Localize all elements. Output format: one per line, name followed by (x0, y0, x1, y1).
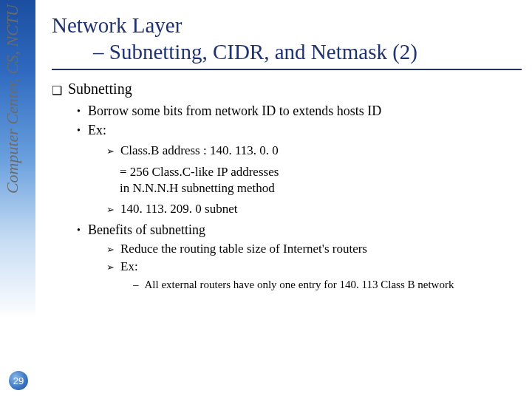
arrow-icon: ➢ (106, 143, 115, 160)
sidebar-vertical-label: Computer Center, CS, NCTU (3, 4, 22, 194)
arrow-icon: ➢ (106, 259, 115, 276)
title-subtitle: Subnetting, CIDR, and Netmask (2) (109, 40, 417, 64)
arrow-text: 140. 113. 209. 0 subnet (120, 202, 238, 218)
bullet-item: • Benefits of subnetting (77, 222, 522, 239)
bullet-dot-icon: • (77, 123, 81, 139)
sub-line: = 256 Class.C-like IP addresses (52, 164, 522, 181)
bullet-text: Ex: (88, 123, 106, 139)
dash-item: – All external routers have only one ent… (133, 279, 522, 291)
sub-line: in N.N.N.H subnetting method (52, 180, 522, 197)
content-area: Network Layer – Subnetting, CIDR, and Ne… (52, 12, 522, 293)
slide: Computer Center, CS, NCTU 29 Network Lay… (0, 0, 532, 399)
arrow-item: ➢ Class.B address : 140. 113. 0. 0 (106, 143, 522, 160)
title-line-1: Network Layer (52, 12, 522, 38)
arrow-text: Reduce the routing table size of Interne… (120, 242, 367, 258)
arrow-item: ➢ Ex: (106, 259, 522, 276)
title-dash: – (93, 40, 109, 64)
title-line-2: – Subnetting, CIDR, and Netmask (2) (52, 38, 522, 65)
bullet-dot-icon: • (77, 222, 81, 239)
bullet-item: • Ex: (77, 123, 522, 139)
section-heading: Subnetting (68, 81, 132, 98)
bullet-text: Borrow some bits from network ID to exte… (88, 103, 381, 120)
arrow-list: ➢ 140. 113. 209. 0 subnet (52, 202, 522, 218)
arrow-item: ➢ Reduce the routing table size of Inter… (106, 242, 522, 258)
arrow-text: Ex: (120, 259, 138, 276)
slide-title: Network Layer – Subnetting, CIDR, and Ne… (52, 12, 522, 66)
bullet-text: Benefits of subnetting (88, 222, 205, 239)
section-heading-row: ❑ Subnetting (52, 81, 522, 98)
bullet-item: • Borrow some bits from network ID to ex… (77, 103, 522, 120)
arrow-icon: ➢ (106, 202, 115, 218)
dash-icon: – (133, 279, 139, 291)
title-underline (52, 69, 522, 70)
arrow-item: ➢ 140. 113. 209. 0 subnet (106, 202, 522, 218)
bullet-dot-icon: • (77, 103, 81, 120)
arrow-list: ➢ Class.B address : 140. 113. 0. 0 (52, 143, 522, 160)
arrow-list: ➢ Reduce the routing table size of Inter… (52, 242, 522, 276)
bullet-list: • Borrow some bits from network ID to ex… (52, 103, 522, 139)
square-bullet-icon: ❑ (52, 83, 62, 98)
dash-list: – All external routers have only one ent… (52, 279, 522, 291)
dash-text: All external routers have only one entry… (145, 279, 454, 291)
bullet-list: • Benefits of subnetting (52, 222, 522, 239)
arrow-text: Class.B address : 140. 113. 0. 0 (120, 143, 279, 160)
slide-body: ❑ Subnetting • Borrow some bits from net… (52, 81, 522, 292)
arrow-icon: ➢ (106, 242, 115, 258)
page-number-badge: 29 (9, 371, 28, 390)
